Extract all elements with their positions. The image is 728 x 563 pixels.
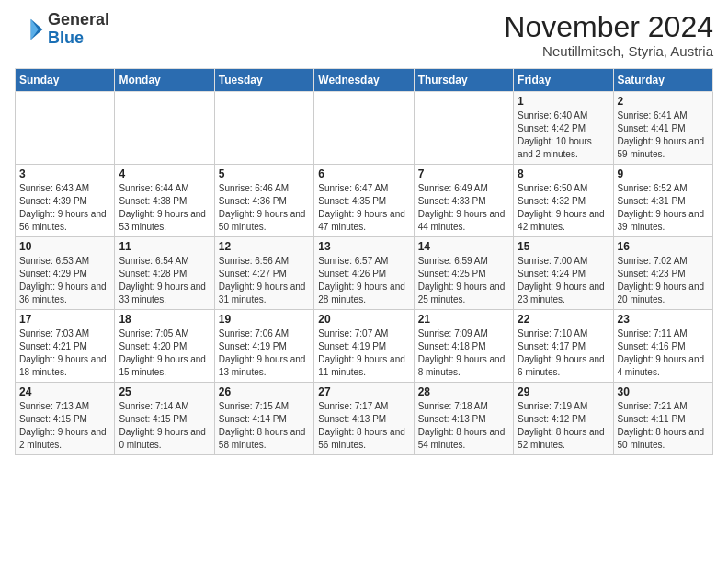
calendar-cell: 2Sunrise: 6:41 AM Sunset: 4:41 PM Daylig…: [613, 92, 712, 165]
day-number: 14: [418, 240, 509, 253]
calendar-table: Sunday Monday Tuesday Wednesday Thursday…: [15, 68, 713, 455]
logo-text: General Blue: [48, 11, 109, 48]
col-monday: Monday: [115, 69, 214, 92]
calendar-cell: 16Sunrise: 7:02 AM Sunset: 4:23 PM Dayli…: [613, 237, 712, 310]
day-info: Sunrise: 7:09 AM Sunset: 4:18 PM Dayligh…: [418, 327, 509, 379]
calendar-cell: [115, 92, 214, 165]
day-number: 21: [418, 313, 509, 326]
day-number: 27: [318, 385, 409, 398]
calendar-cell: [16, 92, 115, 165]
day-number: 19: [219, 313, 310, 326]
calendar-cell: 19Sunrise: 7:06 AM Sunset: 4:19 PM Dayli…: [214, 310, 313, 383]
main-container: General Blue November 2024 Neutillmitsch…: [0, 0, 728, 463]
day-number: 29: [518, 385, 609, 398]
calendar-header-row: Sunday Monday Tuesday Wednesday Thursday…: [16, 69, 713, 92]
calendar-cell: 10Sunrise: 6:53 AM Sunset: 4:29 PM Dayli…: [16, 237, 115, 310]
calendar-cell: [314, 92, 414, 165]
day-info: Sunrise: 7:00 AM Sunset: 4:24 PM Dayligh…: [518, 255, 609, 306]
calendar-cell: 24Sunrise: 7:13 AM Sunset: 4:15 PM Dayli…: [16, 383, 115, 455]
calendar-cell: 15Sunrise: 7:00 AM Sunset: 4:24 PM Dayli…: [514, 237, 613, 310]
day-info: Sunrise: 7:03 AM Sunset: 4:21 PM Dayligh…: [19, 327, 110, 379]
calendar-cell: 14Sunrise: 6:59 AM Sunset: 4:25 PM Dayli…: [414, 237, 513, 310]
day-info: Sunrise: 6:57 AM Sunset: 4:26 PM Dayligh…: [318, 255, 409, 306]
day-info: Sunrise: 7:14 AM Sunset: 4:15 PM Dayligh…: [119, 400, 210, 452]
col-thursday: Thursday: [414, 69, 513, 92]
day-info: Sunrise: 7:07 AM Sunset: 4:19 PM Dayligh…: [318, 327, 409, 379]
location: Neutillmitsch, Styria, Austria: [504, 43, 713, 59]
day-number: 16: [618, 240, 709, 253]
day-info: Sunrise: 6:52 AM Sunset: 4:31 PM Dayligh…: [618, 182, 709, 234]
calendar-cell: 8Sunrise: 6:50 AM Sunset: 4:32 PM Daylig…: [514, 165, 613, 237]
day-info: Sunrise: 7:21 AM Sunset: 4:11 PM Dayligh…: [618, 400, 709, 452]
day-number: 30: [618, 385, 709, 398]
day-number: 23: [618, 313, 709, 326]
calendar-cell: 23Sunrise: 7:11 AM Sunset: 4:16 PM Dayli…: [613, 310, 712, 383]
calendar-cell: 4Sunrise: 6:44 AM Sunset: 4:38 PM Daylig…: [115, 165, 214, 237]
col-sunday: Sunday: [16, 69, 115, 92]
calendar-cell: 21Sunrise: 7:09 AM Sunset: 4:18 PM Dayli…: [414, 310, 513, 383]
calendar-cell: 6Sunrise: 6:47 AM Sunset: 4:35 PM Daylig…: [314, 165, 414, 237]
month-title: November 2024: [504, 11, 713, 43]
calendar-cell: [214, 92, 313, 165]
title-area: November 2024 Neutillmitsch, Styria, Aus…: [504, 11, 713, 59]
day-number: 17: [19, 313, 110, 326]
calendar-cell: 5Sunrise: 6:46 AM Sunset: 4:36 PM Daylig…: [214, 165, 313, 237]
day-number: 11: [119, 240, 210, 253]
calendar-cell: 11Sunrise: 6:54 AM Sunset: 4:28 PM Dayli…: [115, 237, 214, 310]
day-info: Sunrise: 6:56 AM Sunset: 4:27 PM Dayligh…: [219, 255, 310, 306]
day-info: Sunrise: 7:11 AM Sunset: 4:16 PM Dayligh…: [618, 327, 709, 379]
calendar-week-row: 1Sunrise: 6:40 AM Sunset: 4:42 PM Daylig…: [16, 92, 713, 165]
day-number: 7: [418, 167, 509, 180]
day-number: 22: [518, 313, 609, 326]
calendar-cell: 28Sunrise: 7:18 AM Sunset: 4:13 PM Dayli…: [414, 383, 513, 455]
calendar-cell: 25Sunrise: 7:14 AM Sunset: 4:15 PM Dayli…: [115, 383, 214, 455]
col-tuesday: Tuesday: [214, 69, 313, 92]
calendar-week-row: 3Sunrise: 6:43 AM Sunset: 4:39 PM Daylig…: [16, 165, 713, 237]
day-number: 5: [219, 167, 310, 180]
day-info: Sunrise: 6:54 AM Sunset: 4:28 PM Dayligh…: [119, 255, 210, 306]
day-info: Sunrise: 7:13 AM Sunset: 4:15 PM Dayligh…: [19, 400, 110, 452]
logo: General Blue: [15, 11, 109, 48]
day-number: 6: [318, 167, 409, 180]
day-number: 10: [19, 240, 110, 253]
day-info: Sunrise: 7:02 AM Sunset: 4:23 PM Dayligh…: [618, 255, 709, 306]
calendar-cell: 3Sunrise: 6:43 AM Sunset: 4:39 PM Daylig…: [16, 165, 115, 237]
day-number: 8: [518, 167, 609, 180]
calendar-week-row: 24Sunrise: 7:13 AM Sunset: 4:15 PM Dayli…: [16, 383, 713, 455]
day-info: Sunrise: 6:43 AM Sunset: 4:39 PM Dayligh…: [19, 182, 110, 234]
day-number: 4: [119, 167, 210, 180]
calendar-cell: 9Sunrise: 6:52 AM Sunset: 4:31 PM Daylig…: [613, 165, 712, 237]
day-info: Sunrise: 6:41 AM Sunset: 4:41 PM Dayligh…: [618, 109, 709, 161]
day-info: Sunrise: 6:50 AM Sunset: 4:32 PM Dayligh…: [518, 182, 609, 234]
calendar-cell: 17Sunrise: 7:03 AM Sunset: 4:21 PM Dayli…: [16, 310, 115, 383]
day-info: Sunrise: 6:44 AM Sunset: 4:38 PM Dayligh…: [119, 182, 210, 234]
calendar-cell: 27Sunrise: 7:17 AM Sunset: 4:13 PM Dayli…: [314, 383, 414, 455]
calendar-cell: 20Sunrise: 7:07 AM Sunset: 4:19 PM Dayli…: [314, 310, 414, 383]
day-number: 12: [219, 240, 310, 253]
day-number: 25: [119, 385, 210, 398]
day-info: Sunrise: 7:06 AM Sunset: 4:19 PM Dayligh…: [219, 327, 310, 379]
day-info: Sunrise: 7:17 AM Sunset: 4:13 PM Dayligh…: [318, 400, 409, 452]
header-area: General Blue November 2024 Neutillmitsch…: [15, 11, 713, 59]
day-info: Sunrise: 6:40 AM Sunset: 4:42 PM Dayligh…: [518, 109, 609, 161]
day-number: 1: [518, 95, 609, 108]
calendar-week-row: 10Sunrise: 6:53 AM Sunset: 4:29 PM Dayli…: [16, 237, 713, 310]
day-info: Sunrise: 7:18 AM Sunset: 4:13 PM Dayligh…: [418, 400, 509, 452]
day-info: Sunrise: 6:46 AM Sunset: 4:36 PM Dayligh…: [219, 182, 310, 234]
calendar-cell: 1Sunrise: 6:40 AM Sunset: 4:42 PM Daylig…: [514, 92, 613, 165]
col-saturday: Saturday: [613, 69, 712, 92]
logo-icon: [15, 15, 44, 44]
day-number: 20: [318, 313, 409, 326]
calendar-cell: 30Sunrise: 7:21 AM Sunset: 4:11 PM Dayli…: [613, 383, 712, 455]
day-info: Sunrise: 6:49 AM Sunset: 4:33 PM Dayligh…: [418, 182, 509, 234]
day-number: 15: [518, 240, 609, 253]
calendar-cell: 22Sunrise: 7:10 AM Sunset: 4:17 PM Dayli…: [514, 310, 613, 383]
day-info: Sunrise: 7:15 AM Sunset: 4:14 PM Dayligh…: [219, 400, 310, 452]
day-info: Sunrise: 7:10 AM Sunset: 4:17 PM Dayligh…: [518, 327, 609, 379]
calendar-cell: 12Sunrise: 6:56 AM Sunset: 4:27 PM Dayli…: [214, 237, 313, 310]
day-info: Sunrise: 7:19 AM Sunset: 4:12 PM Dayligh…: [518, 400, 609, 452]
calendar-cell: [414, 92, 513, 165]
day-info: Sunrise: 6:47 AM Sunset: 4:35 PM Dayligh…: [318, 182, 409, 234]
day-number: 3: [19, 167, 110, 180]
day-number: 26: [219, 385, 310, 398]
